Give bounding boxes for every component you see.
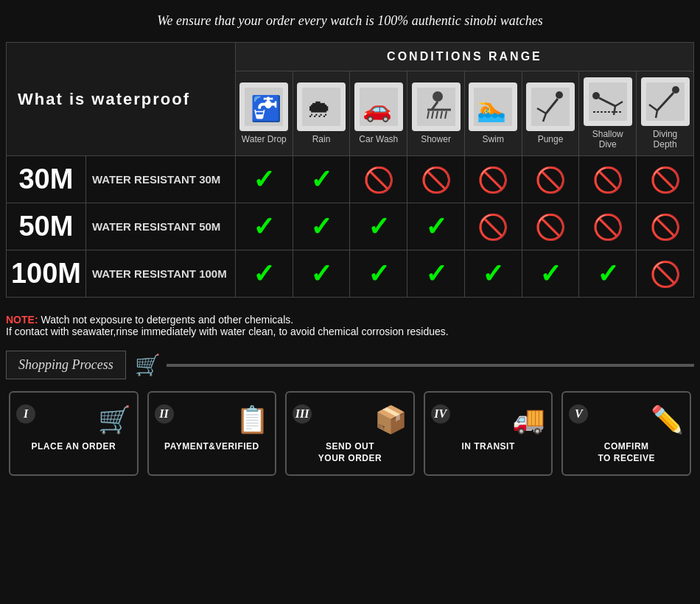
step-place-order: I 🛒 PLACE AN ORDER	[9, 391, 139, 476]
icon-label-shower: Shower	[410, 134, 461, 144]
cell-100m-waterdrop: ✓	[235, 250, 293, 298]
row-50m: 50M WATER RESISTANT 50M ✓ ✓ ✓ ✓ 🚫 🚫 🚫 🚫	[7, 203, 694, 250]
step5-header: V ✏️	[569, 404, 684, 435]
icon-cell-swim: 🏊 Swim	[464, 71, 522, 156]
cell-30m-shallowdive: 🚫	[579, 156, 637, 203]
svg-text:🌧: 🌧	[307, 94, 332, 122]
icon-label-shallowdive: ShallowDive	[582, 129, 633, 150]
cell-50m-punge: 🚫	[522, 203, 579, 250]
cell-50m-swim: 🚫	[464, 203, 522, 250]
cell-30m-punge: 🚫	[522, 156, 579, 203]
cell-30m-waterdrop: ✓	[235, 156, 293, 203]
cell-30m-rain: ✓	[293, 156, 350, 203]
step2-header: II 📋	[155, 404, 270, 435]
what-is-waterproof-label: What is waterproof	[7, 43, 236, 156]
shopping-header: Shopping Process 🛒	[6, 351, 694, 379]
step-confirm: V ✏️ COMFIRMTO RECEIVE	[561, 391, 691, 476]
step-payment: II 📋 PAYMENT&VERIFIED	[147, 391, 277, 476]
icon-label-rain: Rain	[296, 134, 347, 144]
cell-30m-divingdepth: 🚫	[637, 156, 694, 203]
step1-cart-icon: 🛒	[40, 404, 131, 435]
cell-30m-swim: 🚫	[464, 156, 522, 203]
cell-100m-shower: ✓	[407, 250, 465, 298]
row-100m-desc: WATER RESISTANT 100M	[85, 250, 235, 298]
step5-label: COMFIRMTO RECEIVE	[598, 441, 654, 464]
step5-num: V	[569, 404, 588, 424]
cell-100m-rain: ✓	[293, 250, 350, 298]
conditions-table: What is waterproof CONDITIONS RANGE 🚰 Wa…	[6, 42, 694, 298]
cell-100m-shallowdive: ✓	[579, 250, 637, 298]
shopping-section: Shopping Process 🛒 I 🛒 PLACE AN ORDER II…	[0, 343, 700, 491]
icon-label-waterdrop: Water Drop	[239, 134, 290, 144]
cell-100m-swim: ✓	[464, 250, 522, 298]
conditions-header-row: What is waterproof CONDITIONS RANGE	[7, 43, 694, 71]
process-steps: I 🛒 PLACE AN ORDER II 📋 PAYMENT&VERIFIED…	[6, 391, 694, 476]
icon-label-carwash: Car Wash	[353, 134, 404, 144]
svg-text:🚰: 🚰	[251, 94, 282, 124]
row-30m: 30M WATER RESISTANT 30M ✓ ✓ 🚫 🚫 🚫 🚫 🚫 🚫	[7, 156, 694, 203]
step2-num: II	[155, 404, 174, 424]
step1-label: PLACE AN ORDER	[32, 441, 116, 453]
cell-50m-carwash: ✓	[350, 203, 407, 250]
top-banner: We ensure that your order every watch is…	[0, 0, 700, 42]
icon-cell-shallowdive: ShallowDive	[579, 71, 637, 156]
step-intransit: IV 🚚 IN TRANSIT	[424, 391, 553, 476]
step3-num: III	[293, 404, 312, 424]
icon-cell-rain: 🌧 Rain	[293, 71, 350, 156]
step2-label: PAYMENT&VERIFIED	[164, 441, 259, 453]
step3-header: III 📦	[293, 404, 407, 435]
svg-text:🚗: 🚗	[363, 95, 392, 123]
row-30m-label: 30M	[7, 156, 86, 203]
svg-point-23	[592, 92, 600, 99]
cell-100m-divingdepth: 🚫	[637, 250, 694, 298]
step1-header: I 🛒	[16, 404, 131, 435]
icon-cell-divingdepth: DivingDepth	[637, 71, 694, 156]
icon-cell-carwash: 🚗 Car Wash	[350, 71, 407, 156]
step4-label: IN TRANSIT	[461, 441, 514, 453]
step4-num: IV	[431, 404, 450, 424]
step3-send-icon: 📦	[316, 404, 407, 435]
step3-label: SEND OUTYOUR ORDER	[318, 441, 382, 464]
conditions-range-label: CONDITIONS RANGE	[235, 43, 693, 71]
row-50m-label: 50M	[7, 203, 86, 250]
step1-num: I	[16, 404, 35, 424]
cell-100m-carwash: ✓	[350, 250, 407, 298]
icon-label-punge: Punge	[525, 134, 576, 144]
shopping-cart-icon: 🛒	[135, 353, 161, 377]
step5-confirm-icon: ✏️	[592, 404, 684, 435]
cell-30m-carwash: 🚫	[350, 156, 407, 203]
row-50m-desc: WATER RESISTANT 50M	[85, 203, 235, 250]
cell-50m-waterdrop: ✓	[235, 203, 293, 250]
note-section: NOTE: Watch not exposure to detergents a…	[0, 305, 700, 343]
row-100m: 100M WATER RESISTANT 100M ✓ ✓ ✓ ✓ ✓ ✓ ✓ …	[7, 250, 694, 298]
cell-50m-rain: ✓	[293, 203, 350, 250]
note-line2: If contact with seawater,rinse immediate…	[6, 326, 694, 337]
waterproof-section: What is waterproof CONDITIONS RANGE 🚰 Wa…	[0, 42, 700, 305]
cell-50m-shower: ✓	[407, 203, 465, 250]
step4-header: IV 🚚	[431, 404, 546, 435]
note-line1: NOTE: Watch not exposure to detergents a…	[6, 314, 694, 326]
cell-50m-divingdepth: 🚫	[637, 203, 694, 250]
step2-check-icon: 📋	[178, 404, 270, 435]
note-label: NOTE:	[6, 314, 38, 326]
icon-label-divingdepth: DivingDepth	[640, 129, 690, 150]
icon-cell-shower: Shower	[407, 71, 465, 156]
icon-cell-waterdrop: 🚰 Water Drop	[235, 71, 293, 156]
step-sendout: III 📦 SEND OUTYOUR ORDER	[285, 391, 415, 476]
row-30m-desc: WATER RESISTANT 30M	[85, 156, 235, 203]
svg-text:🏊: 🏊	[477, 95, 506, 123]
row-100m-label: 100M	[7, 250, 86, 298]
step4-truck-icon: 🚚	[455, 404, 546, 435]
icon-cell-punge: Punge	[522, 71, 579, 156]
cell-50m-shallowdive: 🚫	[579, 203, 637, 250]
svg-point-18	[556, 91, 563, 99]
svg-point-7	[433, 91, 443, 102]
shopping-process-title: Shopping Process	[6, 351, 126, 379]
shopping-divider	[167, 364, 694, 367]
banner-text: We ensure that your order every watch is…	[157, 13, 542, 28]
icon-label-swim: Swim	[468, 134, 519, 144]
note-text1: Watch not exposure to detergents and oth…	[41, 314, 293, 326]
cell-30m-shower: 🚫	[407, 156, 465, 203]
svg-point-29	[672, 86, 679, 94]
cell-100m-punge: ✓	[522, 250, 579, 298]
